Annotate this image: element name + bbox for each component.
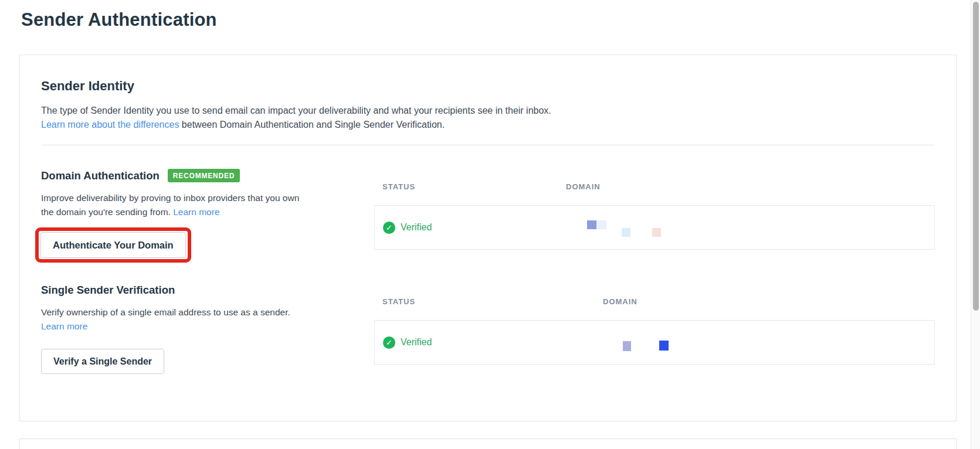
single-sender-description-line1: Verify ownership of a single email addre…: [41, 305, 374, 319]
status-badge: ✓ Verified: [383, 336, 432, 349]
status-badge: ✓ Verified: [383, 222, 432, 234]
recommended-badge: RECOMMENDED: [168, 169, 240, 182]
single-sender-learn-more-link[interactable]: Learn more: [41, 321, 87, 331]
verify-single-sender-button[interactable]: Verify a Single Sender: [41, 349, 164, 374]
single-sender-verification-section: Single Sender Verification Verify owners…: [41, 284, 935, 374]
sender-identity-heading: Sender Identity: [41, 79, 935, 94]
single-sender-table-header: STATUS DOMAIN: [374, 297, 935, 307]
single-sender-info: Single Sender Verification Verify owners…: [41, 284, 374, 374]
section-divider: [41, 145, 935, 145]
domain-column-header: DOMAIN: [603, 297, 637, 306]
single-sender-table: STATUS DOMAIN ✓ Verified: [374, 284, 935, 374]
authenticate-your-domain-button[interactable]: Authenticate Your Domain: [40, 232, 186, 258]
domain-authentication-description-line1: Improve deliverability by proving to inb…: [41, 191, 374, 205]
domain-column-header: DOMAIN: [566, 182, 601, 191]
domain-authentication-table-header: STATUS DOMAIN: [374, 182, 935, 192]
redacted-domain-pixel: [596, 220, 606, 229]
check-icon: ✓: [383, 222, 395, 234]
sender-identity-description-line2-rest: between Domain Authentication and Single…: [179, 120, 445, 130]
scrollbar-thumb[interactable]: [973, 2, 979, 311]
domain-authentication-description-line2-text: the domain you're sending from.: [41, 207, 173, 217]
page-title: Sender Authentication: [21, 9, 217, 30]
redacted-domain-pixel: [652, 228, 661, 237]
verified-label: Verified: [401, 222, 432, 233]
table-row[interactable]: ✓ Verified: [374, 320, 935, 365]
single-sender-verification-heading: Single Sender Verification: [41, 284, 175, 297]
domain-authentication-learn-more-link[interactable]: Learn more: [173, 207, 219, 217]
redacted-domain-pixel: [622, 228, 630, 237]
domain-authentication-heading: Domain Authentication: [41, 169, 160, 182]
redacted-domain-pixel: [587, 220, 596, 229]
verified-label: Verified: [401, 337, 432, 348]
domain-authentication-description: Improve deliverability by proving to inb…: [41, 191, 374, 219]
domain-authentication-section: Domain Authentication RECOMMENDED Improv…: [41, 169, 935, 263]
sender-identity-card: Sender Identity The type of Sender Ident…: [19, 55, 957, 421]
redacted-domain-pixel: [659, 341, 669, 351]
sender-identity-description-line1: The type of Sender Identity you use to s…: [41, 104, 935, 118]
annotation-highlight: Authenticate Your Domain: [35, 227, 191, 263]
table-row[interactable]: ✓ Verified: [374, 205, 935, 250]
domain-authentication-table: STATUS DOMAIN ✓ Verified: [374, 169, 935, 263]
domain-authentication-description-line2: the domain you're sending from. Learn mo…: [41, 205, 374, 219]
status-column-header: STATUS: [382, 182, 415, 191]
learn-more-differences-link[interactable]: Learn more about the differences: [41, 120, 179, 130]
redacted-domain-pixel: [623, 341, 631, 351]
domain-authentication-info: Domain Authentication RECOMMENDED Improv…: [41, 169, 374, 263]
sender-identity-description-line2: Learn more about the differences between…: [41, 118, 935, 132]
check-icon: ✓: [383, 336, 395, 349]
next-card-partial: [19, 438, 957, 449]
status-column-header: STATUS: [382, 297, 415, 306]
sender-identity-description: The type of Sender Identity you use to s…: [41, 104, 935, 132]
scrollbar[interactable]: [971, 0, 980, 449]
single-sender-description: Verify ownership of a single email addre…: [41, 305, 374, 334]
